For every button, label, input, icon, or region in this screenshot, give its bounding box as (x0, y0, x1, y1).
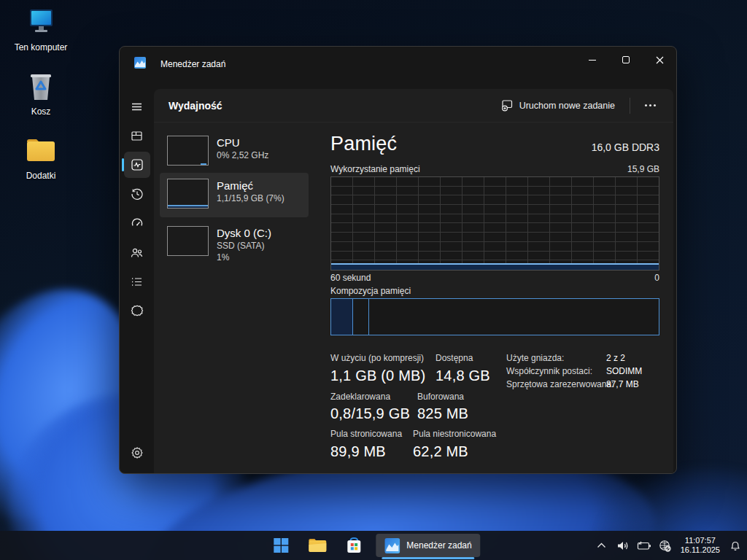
task-manager-icon (384, 538, 400, 553)
hamburger-menu-icon (124, 93, 150, 120)
memory-mini-usage (168, 205, 208, 208)
desktop-icon-label: Ten komputer (15, 42, 68, 52)
task-manager-window: Menedżer zadań (119, 46, 677, 474)
sidebar-item-processes[interactable] (120, 121, 154, 150)
usage-chart-label: Wykorzystanie pamięci (330, 164, 420, 174)
processes-icon (124, 122, 150, 149)
desktop-icon-list: Ten komputer Kosz Dodatki (7, 4, 74, 181)
minimize-icon (589, 60, 596, 61)
new-task-icon (501, 99, 514, 112)
tray-chevron-up-icon[interactable] (595, 535, 609, 556)
users-icon (124, 239, 150, 265)
perf-item-detail: 1,1/15,9 GB (7%) (217, 192, 285, 204)
window-titlebar[interactable]: Menedżer zadań (120, 47, 676, 89)
start-button[interactable] (266, 531, 295, 560)
desktop-icon-this-pc[interactable]: Ten komputer (7, 4, 74, 52)
maximize-button[interactable] (609, 47, 643, 73)
sidebar-item-users[interactable] (120, 238, 154, 267)
file-explorer-button[interactable] (303, 531, 332, 560)
stat-label: Buforowana (417, 392, 464, 402)
tray-date: 16.11.2025 (681, 545, 720, 555)
app-icon-task-manager (134, 57, 146, 71)
file-explorer-icon (308, 537, 327, 553)
more-icon (645, 104, 647, 106)
recycle-bin-icon (23, 69, 58, 104)
sidebar-item-app-history[interactable] (120, 179, 154, 209)
sidebar-item-settings[interactable] (120, 438, 154, 467)
taskbar-clock[interactable]: 11:07:57 16.11.2025 (679, 536, 721, 555)
run-new-task-button[interactable]: Uruchom nowe zadanie (494, 95, 622, 116)
stat-value: 825 MB (417, 405, 468, 422)
taskbar-task-manager-button[interactable]: Menedżer zadań (376, 534, 480, 557)
stat-value: 89,9 MB (330, 443, 386, 460)
header-divider (630, 98, 630, 114)
stat-value: 0,8/15,9 GB (330, 405, 410, 422)
taskbar: Menedżer zadań 11:07:57 16.11.2025 (0, 531, 747, 560)
performance-icon (124, 152, 150, 178)
sidebar-item-performance[interactable] (120, 150, 154, 179)
usage-chart-max: 15,9 GB (627, 164, 659, 174)
window-title: Menedżer zadań (160, 59, 225, 69)
details-list-icon (124, 268, 150, 295)
perf-list-item-cpu[interactable]: CPU 0% 2,52 GHz (160, 130, 309, 173)
stat-label: W użyciu (po kompresji) (330, 353, 424, 363)
more-icon (654, 104, 656, 106)
composition-label: Kompozycja pamięci (330, 286, 411, 296)
sidebar-item-details[interactable] (120, 267, 154, 296)
perf-list-item-memory[interactable]: Pamięć 1,1/15,9 GB (7%) (160, 173, 309, 217)
speedometer-icon (124, 210, 150, 236)
services-gear-icon (124, 298, 150, 324)
stat-value: 1,1 GB (0 MB) (330, 368, 425, 384)
sidebar-item-services[interactable] (120, 296, 154, 325)
history-clock-icon (124, 181, 150, 207)
right-stat-value: SODIMM (606, 366, 642, 376)
tray-volume-icon[interactable] (616, 535, 630, 556)
selected-accent-bar (122, 158, 124, 171)
right-stat-label: Sprzętowa zarezerwowana: (506, 379, 614, 389)
perf-item-name: CPU (217, 136, 268, 149)
stat-label: Zadeklarowana (330, 392, 390, 402)
time-axis-left: 60 sekund (330, 273, 371, 283)
computer-icon (23, 4, 58, 39)
desktop-icon-recycle-bin[interactable]: Kosz (7, 69, 74, 117)
desktop-icon-dodatki-folder[interactable]: Dodatki (7, 133, 74, 181)
memory-usage-area (331, 263, 659, 270)
tray-battery-icon[interactable] (637, 535, 651, 556)
more-options-button[interactable] (638, 98, 663, 112)
sidebar-item-startup-apps[interactable] (120, 209, 154, 238)
content-card: Wydajność Uruchom nowe zadanie (154, 89, 673, 473)
navigation-sidebar (120, 89, 154, 473)
page-header: Wydajność Uruchom nowe zadanie (154, 89, 673, 122)
tray-time: 11:07:57 (681, 536, 720, 545)
microsoft-store-icon (345, 537, 363, 554)
minimize-button[interactable] (576, 47, 609, 73)
perf-item-name: Dysk 0 (C:) (217, 226, 271, 240)
run-new-task-label: Uruchom nowe zadanie (519, 101, 615, 111)
stat-value: 14,8 GB (436, 368, 490, 384)
right-stat-label: Użyte gniazda: (506, 353, 564, 363)
memory-total-capacity: 16,0 GB DDR3 (592, 141, 659, 155)
settings-gear-icon (124, 440, 150, 466)
right-stat-label: Współczynnik postaci: (506, 366, 592, 376)
memory-composition-bar[interactable] (330, 298, 659, 335)
memory-usage-chart (330, 176, 659, 271)
perf-item-detail: SSD (SATA) (217, 240, 271, 252)
time-axis-right: 0 (654, 273, 659, 283)
perf-item-detail: 0% 2,52 GHz (217, 149, 268, 161)
tray-network-no-internet-icon[interactable] (658, 535, 673, 556)
close-icon (656, 56, 664, 64)
disk-mini-chart (167, 226, 209, 256)
perf-list-item-disk[interactable]: Dysk 0 (C:) SSD (SATA) 1% (160, 220, 309, 267)
composition-segment-modified (353, 299, 369, 335)
sidebar-item-menu[interactable] (120, 92, 154, 121)
notification-bell-icon[interactable] (728, 535, 743, 556)
composition-segment-available (369, 299, 659, 335)
close-button[interactable] (643, 47, 676, 73)
microsoft-store-button[interactable] (339, 531, 368, 560)
composition-segment-in-use (331, 299, 353, 335)
folder-icon (23, 133, 58, 168)
memory-details-pane: Pamięć 16,0 GB DDR3 Wykorzystanie pamięc… (330, 122, 659, 473)
right-stat-value: 2 z 2 (606, 353, 625, 363)
cpu-mini-usage (201, 163, 206, 165)
perf-item-detail2: 1% (217, 252, 271, 263)
